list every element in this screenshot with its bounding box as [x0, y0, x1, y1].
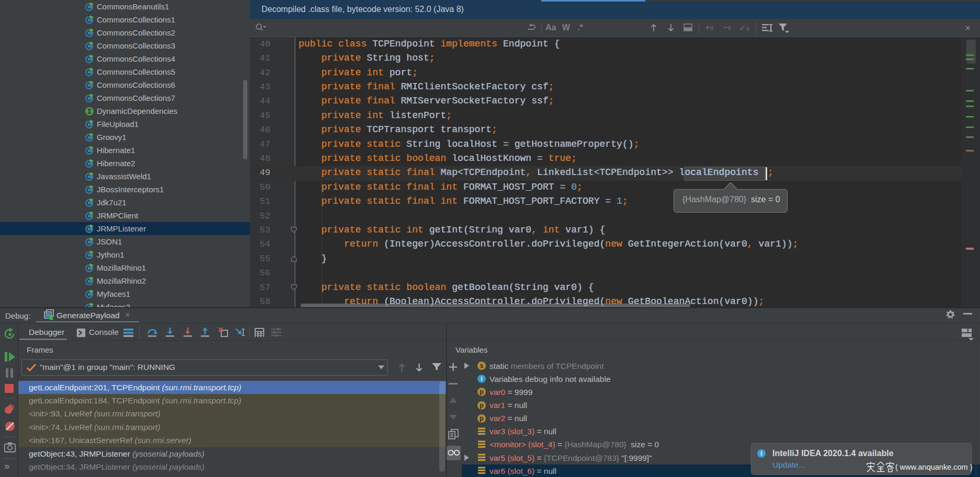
- svg-text:i: i: [481, 375, 482, 382]
- svg-text:p: p: [480, 415, 483, 422]
- svg-text:p: p: [480, 388, 483, 395]
- svg-text:p: p: [480, 402, 483, 409]
- svg-text:i: i: [760, 450, 762, 457]
- svg-text:s: s: [480, 362, 484, 369]
